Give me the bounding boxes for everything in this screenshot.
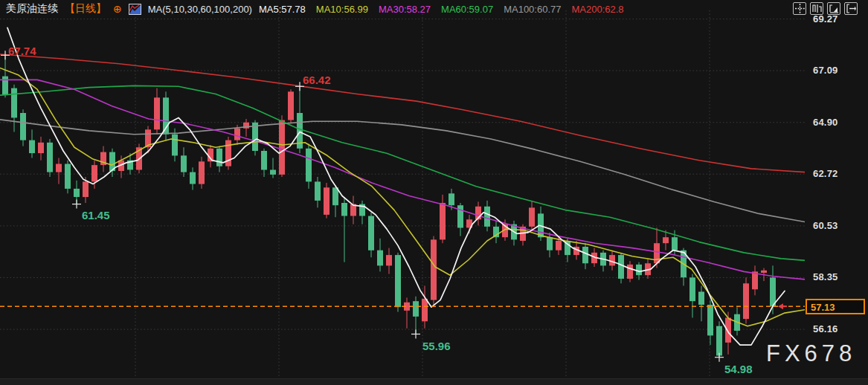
y-axis-tick-label: 58.35 [813, 271, 838, 282]
ma-value-label: MA10:56.99 [316, 4, 368, 15]
symbol-label: 美原油连续 [6, 2, 58, 16]
swing-price-label: 54.98 [724, 363, 753, 375]
pane-forward-button[interactable] [844, 2, 858, 15]
annotations-layer: 67.7461.4566.4255.9654.98 [1, 45, 753, 375]
chart-toolbar [793, 2, 858, 15]
swing-cross-icon [72, 200, 81, 209]
chart-plot-area[interactable]: 67.7461.4566.4255.9654.98 [0, 0, 805, 385]
ma-value-label: MA5:57.78 [259, 4, 306, 15]
ma-settings-label[interactable]: MA(5,10,30,60,100,200) [148, 4, 252, 15]
ma-value-label: MA30:58.27 [379, 4, 431, 15]
ma-values-readout: MA5:57.78MA10:56.99MA30:58.27MA60:59.07M… [259, 4, 624, 15]
indicator-pane-button[interactable] [827, 2, 840, 15]
fx678-watermark: FX678 [766, 340, 856, 367]
ma200-line [0, 54, 805, 172]
swing-price-label: 55.96 [422, 340, 451, 352]
swing-price-label: 67.74 [8, 45, 36, 57]
swing-price-label: 61.45 [82, 209, 110, 221]
chart-canvas: 67.7461.4566.4255.9654.98 [0, 0, 805, 385]
crosshair-tool-button[interactable] [793, 2, 806, 15]
ma-value-label: MA100:60.77 [504, 4, 561, 15]
y-axis-tick-label: 60.53 [813, 220, 838, 231]
y-axis-tick-label: 62.72 [813, 168, 838, 179]
y-axis-tick-label: 67.09 [813, 65, 838, 76]
ma-value-label: MA200:62.8 [572, 4, 624, 15]
period-selector[interactable]: 【日线】 [65, 2, 106, 16]
ma-value-label: MA60:59.07 [441, 4, 493, 15]
current-price-label: 57.13 [806, 299, 865, 314]
y-axis-tick-label: 56.16 [813, 323, 838, 334]
candles-layer [2, 55, 776, 357]
price-arrow-icon [778, 303, 787, 309]
zoom-in-circle-icon[interactable]: ⊕ [113, 4, 122, 14]
swing-cross-icon [715, 353, 724, 362]
swing-price-label: 66.42 [303, 74, 331, 86]
swing-cross-icon [411, 330, 420, 339]
chart-header: 美原油连续 【日线】 ⊕ MA(5,10,30,60,100,200) MA5:… [0, 0, 805, 18]
time-axis-strip [0, 378, 868, 385]
ma60-line [0, 85, 805, 260]
ma30-line [0, 80, 805, 279]
ma-lines-layer [0, 28, 805, 345]
ma10-line [0, 68, 805, 326]
y-axis-tick-label: 64.90 [813, 117, 838, 128]
candlestick-chart-app: 67.7461.4566.4255.9654.98 美原油连续 【日线】 ⊕ M… [0, 0, 868, 385]
price-axis: 57.13 69.2767.0964.9062.7260.5358.3556.1… [805, 0, 868, 385]
main-pane-kline-button[interactable] [810, 2, 823, 15]
kline-chart-icon[interactable] [129, 4, 141, 15]
